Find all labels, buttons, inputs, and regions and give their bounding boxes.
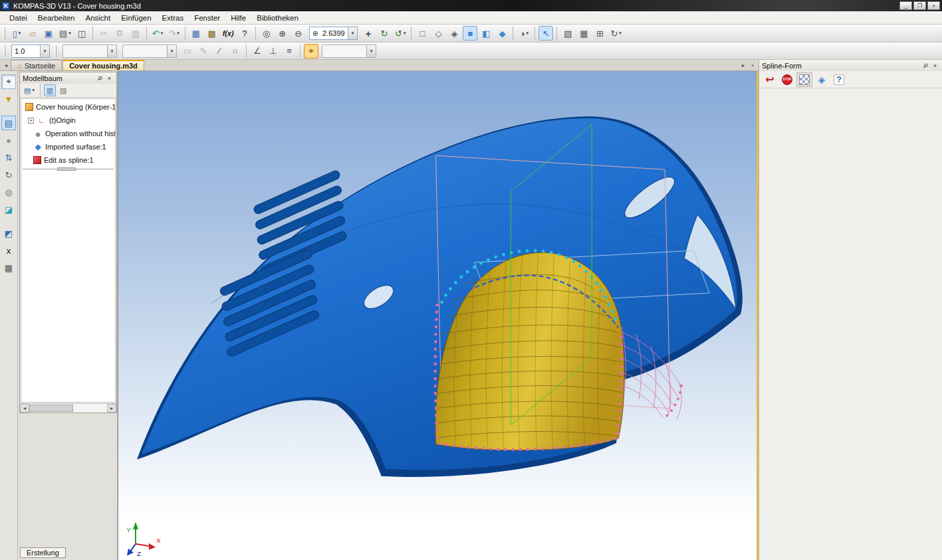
toolbar-grip[interactable] — [3, 27, 5, 39]
pattern-button[interactable] — [796, 72, 812, 87]
dropdown-arrow-icon[interactable]: ▾ — [527, 31, 529, 36]
dropdown-arrow-icon[interactable]: ▾ — [161, 31, 164, 36]
tree-item-operation[interactable]: ● Operation without history — [21, 127, 115, 140]
tree-item-origin[interactable]: + ∟ (t)Origin — [21, 114, 115, 127]
viewport-3d[interactable]: Y Z X — [118, 71, 757, 560]
tree-item-root[interactable]: Cover housing (Körper-1) — [21, 100, 115, 114]
undo-button[interactable]: ↶▾ — [150, 26, 165, 41]
snap-toggle-button[interactable]: ⌖ — [304, 44, 318, 58]
model-tree-panel-icon[interactable]: ▤ — [1, 116, 16, 130]
tree-splitter[interactable] — [23, 169, 114, 173]
print-button[interactable]: ▤▾ — [57, 26, 73, 41]
toolbar-grip[interactable] — [55, 45, 57, 57]
document-manager-button[interactable]: ▩ — [205, 26, 219, 41]
perpendicular-tool-button[interactable]: ⊥ — [266, 44, 281, 58]
minimize-button[interactable]: _ — [899, 1, 912, 10]
new-document-button[interactable]: ▯▾ — [9, 26, 24, 41]
print-preview-button[interactable]: ◫ — [74, 26, 89, 41]
menu-extras[interactable]: Extras — [157, 13, 189, 23]
scale-dropdown-arrow-icon[interactable]: ▾ — [40, 45, 49, 57]
zoom-out-button[interactable]: ⊖ — [291, 26, 306, 41]
tab-startseite[interactable]: ⌂ Startseite — [11, 60, 62, 70]
maximize-button[interactable]: ❐ — [913, 1, 926, 10]
dropdown-arrow-icon[interactable]: ▾ — [68, 31, 71, 36]
zoom-area-button[interactable]: ◎ — [259, 26, 274, 41]
tab-erstellung[interactable]: Erstellung — [20, 547, 66, 558]
copy-style-button[interactable]: ✎ — [196, 44, 211, 58]
paste-button[interactable]: ▥ — [128, 26, 143, 41]
surface-tool-icon[interactable]: ◩ — [1, 226, 16, 240]
fx-button[interactable]: f(x) — [221, 26, 236, 41]
menu-datei[interactable]: Datei — [4, 13, 33, 23]
scroll-left-button[interactable]: ◄ — [20, 404, 29, 413]
pin-icon[interactable]: ⚲ — [919, 59, 931, 71]
copy-button[interactable]: ⧉ — [112, 26, 127, 41]
angle-tool-button[interactable]: ∠ — [250, 44, 265, 58]
horizontal-scrollbar[interactable]: ◄ ► — [20, 403, 116, 413]
hidden-lines-view-button[interactable]: ◇ — [431, 26, 445, 41]
zoom-combo[interactable]: ⊕ 2.6399 ▾ — [309, 27, 358, 40]
menu-fenster[interactable]: Fenster — [189, 13, 225, 23]
orbit-button[interactable]: ↺▾ — [393, 26, 408, 41]
windows-layout-button[interactable]: ⊞ — [592, 26, 607, 41]
layer-dropdown[interactable]: ▾ — [122, 45, 177, 58]
surfaces-button[interactable]: ◈ — [814, 72, 830, 87]
construction-geometry-button[interactable]: ∕ — [212, 44, 227, 58]
stop-button[interactable]: STOP — [779, 72, 795, 87]
plane-tool-icon[interactable]: ◪ — [1, 202, 16, 217]
scroll-thumb[interactable] — [29, 405, 73, 412]
perspective-view-button[interactable]: ◆ — [495, 26, 509, 41]
dropdown-arrow-icon[interactable]: ▾ — [404, 31, 406, 36]
pan-button[interactable]: + — [361, 26, 376, 41]
paste-object-button[interactable]: ▭ — [180, 44, 195, 58]
interrupt-command-button[interactable]: ↩ — [762, 72, 778, 87]
round-tool-button[interactable]: ○ — [228, 44, 243, 58]
sphere-tool-icon[interactable]: ● — [1, 133, 16, 147]
shaded-view-button[interactable]: ■ — [463, 26, 477, 41]
selection-pointer-button[interactable]: ↖ — [538, 26, 553, 41]
screenshot-button[interactable]: ▧ — [560, 26, 575, 41]
context-help-button[interactable]: ? — [237, 26, 252, 41]
grid-button[interactable]: ▦ — [576, 26, 591, 41]
pin-icon[interactable]: ⚲ — [94, 72, 106, 84]
menu-bearbeiten[interactable]: Bearbeiten — [33, 13, 80, 23]
rotate-tool-icon[interactable]: ↻ — [1, 167, 16, 182]
dropdown-arrow-icon[interactable]: ▾ — [107, 45, 116, 57]
scale-combo[interactable]: 1.0 ▾ — [11, 45, 50, 58]
tab-close-button[interactable]: × — [748, 60, 757, 70]
shaded-edges-view-button[interactable]: ◧ — [479, 26, 493, 41]
dropdown-arrow-icon[interactable]: ▾ — [366, 45, 376, 57]
menu-bibliotheken[interactable]: Bibliotheken — [251, 13, 304, 23]
close-icon[interactable]: × — [931, 61, 939, 70]
standard-panel-icon[interactable]: ⌖ — [1, 74, 16, 89]
toolbar-grip[interactable] — [3, 45, 5, 57]
open-document-button[interactable]: ▱ — [25, 26, 40, 41]
menu-hilfe[interactable]: Hilfe — [225, 13, 251, 23]
menu-einfuegen[interactable]: Einfügen — [116, 13, 156, 23]
tree-normal-view-button[interactable]: ▥ — [44, 84, 56, 96]
spline-xt-icon[interactable]: x — [1, 243, 16, 258]
wireframe-sphere-icon[interactable]: ◍ — [1, 185, 16, 199]
tree-history-view-button[interactable]: ▨ — [57, 84, 69, 96]
rebuild-button[interactable]: ↻▾ — [608, 26, 623, 41]
close-icon[interactable]: × — [105, 74, 114, 82]
section-view-button[interactable]: ◑▾ — [517, 26, 531, 41]
redo-button[interactable]: ↷▾ — [166, 26, 181, 41]
zoom-dropdown-arrow-icon[interactable]: ▾ — [348, 27, 357, 39]
style-dropdown[interactable]: ▾ — [62, 45, 117, 58]
tree-item-imported-surface[interactable]: ◆ Imported surfase:1 — [21, 140, 115, 153]
coordinate-dropdown[interactable]: ▾ — [322, 45, 376, 58]
hidden-lines-thin-view-button[interactable]: ◈ — [447, 26, 461, 41]
dropdown-arrow-icon[interactable]: ▾ — [167, 45, 176, 57]
swap-arrows-icon[interactable]: ⇅ — [1, 150, 16, 165]
scroll-right-button[interactable]: ► — [107, 404, 116, 413]
save-button[interactable]: ▣ — [41, 26, 56, 41]
variable-manager-button[interactable]: ▦ — [189, 26, 203, 41]
wireframe-view-button[interactable]: □ — [415, 26, 429, 41]
steps-tool-button[interactable]: ≡ — [282, 44, 296, 58]
menu-ansicht[interactable]: Ansicht — [80, 13, 116, 23]
tab-cover-housing[interactable]: Cover housing.m3d — [62, 60, 144, 70]
zoom-in-button[interactable]: ⊕ — [275, 26, 290, 41]
mesh-tool-icon[interactable]: ▦ — [1, 260, 16, 275]
tree-item-edit-spline[interactable]: Edit as spline:1 — [21, 153, 115, 167]
